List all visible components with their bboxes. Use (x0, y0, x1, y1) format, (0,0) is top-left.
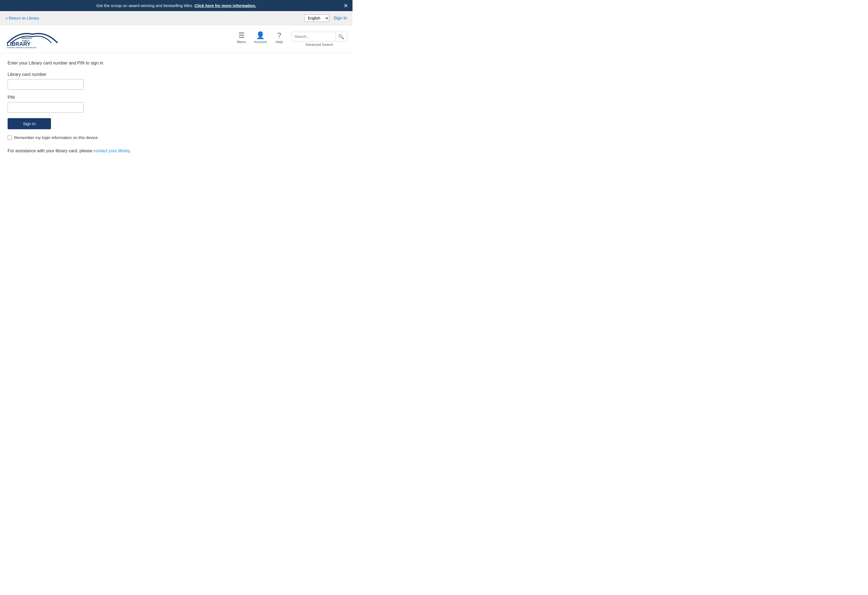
menu-icon: ☰ (238, 32, 245, 39)
topbar: « Return to Library English Français Esp… (0, 11, 353, 25)
account-button[interactable]: 👤 Account (254, 32, 267, 44)
promo-banner: Get the scoop on award winning and bests… (0, 0, 353, 11)
language-select[interactable]: English Français Español (304, 14, 329, 22)
intro-text: Enter your Library card number and PIN t… (7, 61, 182, 66)
pin-group: PIN (7, 95, 182, 113)
main-content: Enter your Library card number and PIN t… (0, 53, 190, 164)
remember-label: Remember my login information on this de… (14, 135, 99, 140)
advanced-search-link[interactable]: Advanced Search (306, 43, 333, 47)
banner-text: Get the scoop on award winning and bests… (96, 3, 193, 8)
card-number-group: Library card number (7, 72, 182, 90)
assistance-text: For assistance with your library card, p… (7, 149, 182, 153)
card-number-label: Library card number (7, 72, 182, 77)
library-logo: TORONTO PUBLIC LIBRARY OverDrive eBooks … (6, 29, 60, 49)
menu-button[interactable]: ☰ Menu (235, 32, 248, 44)
account-label: Account (254, 40, 267, 44)
svg-text:LIBRARY: LIBRARY (7, 41, 31, 47)
close-icon[interactable]: ✕ (344, 3, 348, 9)
search-input[interactable] (292, 33, 335, 40)
topbar-left: « Return to Library (6, 16, 39, 21)
contact-library-link[interactable]: contact your library. (93, 149, 131, 153)
assistance-prefix: For assistance with your library card, p… (7, 149, 92, 153)
advanced-search-label: Advanced Search (306, 43, 333, 47)
return-to-library-link[interactable]: « Return to Library (6, 16, 39, 20)
help-icon: ? (278, 32, 281, 39)
remember-checkbox[interactable] (7, 135, 12, 140)
pin-input[interactable] (7, 102, 84, 113)
card-number-input[interactable] (7, 79, 84, 90)
sign-in-link[interactable]: Sign In (334, 16, 347, 21)
search-row: 🔍 (291, 32, 347, 41)
nav-icons: ☰ Menu 👤 Account ? Help 🔍 Advanced Searc… (235, 32, 347, 47)
svg-text:OverDrive eBooks & eAudiobooks: OverDrive eBooks & eAudiobooks (7, 46, 37, 49)
logo-area: TORONTO PUBLIC LIBRARY OverDrive eBooks … (6, 29, 60, 49)
help-button[interactable]: ? Help (273, 32, 286, 44)
menu-label: Menu (237, 40, 246, 44)
help-label: Help (276, 40, 283, 44)
banner-link[interactable]: Click here for more information. (195, 3, 256, 8)
account-icon: 👤 (256, 32, 265, 39)
topbar-right: English Français Español Sign In (304, 14, 347, 22)
remember-row: Remember my login information on this de… (7, 135, 182, 140)
search-area: 🔍 Advanced Search (291, 32, 347, 47)
pin-label: PIN (7, 95, 182, 100)
header: TORONTO PUBLIC LIBRARY OverDrive eBooks … (0, 25, 353, 53)
search-button[interactable]: 🔍 (335, 32, 347, 41)
signin-button[interactable]: Sign In (7, 118, 51, 129)
